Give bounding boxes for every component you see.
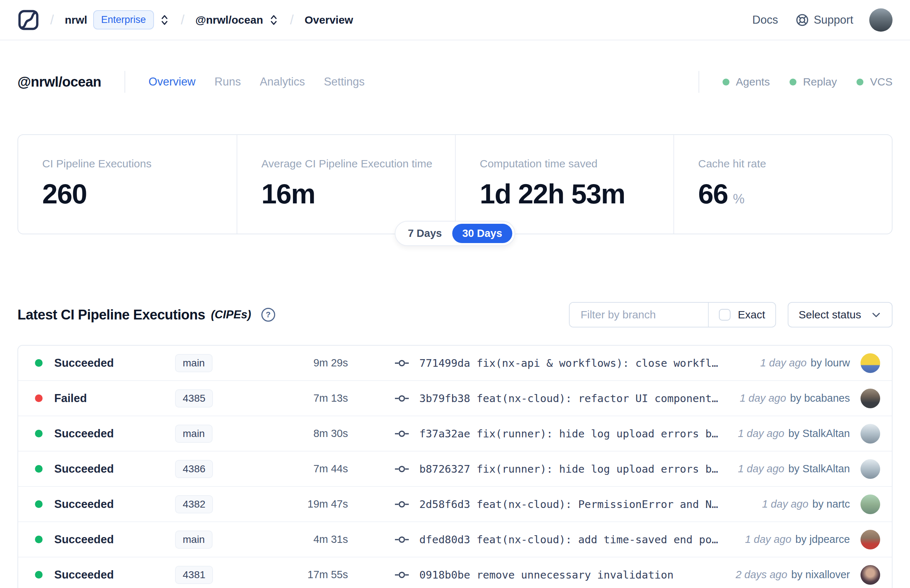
support-link[interactable]: Support: [795, 13, 853, 27]
range-30-days-button[interactable]: 30 Days: [452, 224, 512, 243]
workspace-tabs: Overview Runs Analytics Settings: [149, 75, 365, 89]
commit-message[interactable]: b8726327 fix(runner): hide log upload er…: [419, 463, 718, 475]
stat-card-computation-time-saved: Computation time saved 1d 22h 53m: [455, 135, 673, 234]
table-row[interactable]: Succeeded 4381 17m 55s 0918b0be remove u…: [18, 557, 892, 588]
status-label: Succeeded: [54, 569, 114, 582]
table-row[interactable]: Failed 4385 7m 13s 3b79fb38 feat(nx-clou…: [18, 381, 892, 416]
range-7-days-button[interactable]: 7 Days: [398, 224, 452, 243]
time-ago: 1 day ago: [738, 463, 784, 475]
org-switcher-chevron-icon[interactable]: [159, 14, 170, 26]
duration: 8m 30s: [257, 428, 348, 439]
status-dot-icon: [35, 394, 43, 402]
branch-badge[interactable]: 4386: [175, 460, 213, 478]
stats-section: CI Pipeline Executions 260 Average CI Pi…: [18, 134, 892, 234]
avatar[interactable]: [860, 565, 880, 585]
section-title: Latest CI Pipeline Executions: [18, 307, 205, 323]
breadcrumb-page: Overview: [305, 14, 353, 26]
stat-card-ci-executions: CI Pipeline Executions 260: [18, 135, 237, 234]
git-commit-icon: [394, 394, 409, 403]
table-row[interactable]: Succeeded main 4m 31s dfed80d3 feat(nx-c…: [18, 522, 892, 557]
avatar[interactable]: [860, 494, 880, 514]
indicator-replay[interactable]: Replay: [789, 76, 837, 88]
chevron-down-icon: [871, 309, 882, 320]
status-dot-icon: [35, 465, 43, 473]
status-select-button[interactable]: Select status: [788, 302, 892, 328]
branch-filter-input[interactable]: [570, 303, 708, 327]
commit-message[interactable]: f37a32ae fix(runner): hide log upload er…: [419, 428, 718, 440]
duration: 9m 29s: [257, 357, 348, 369]
branch-badge[interactable]: 4382: [175, 495, 213, 514]
author: by nixallover: [791, 569, 850, 581]
commit-cell: 771499da fix(nx-api & workflows): close …: [394, 357, 746, 369]
workspace-header: @nrwl/ocean Overview Runs Analytics Sett…: [0, 70, 910, 94]
stat-card-avg-execution-time: Average CI Pipeline Execution time 16m: [237, 135, 455, 234]
branch-badge[interactable]: main: [175, 425, 213, 443]
git-commit-icon: [394, 464, 409, 474]
branch-badge[interactable]: main: [175, 530, 213, 549]
table-row[interactable]: Succeeded main 8m 30s f37a32ae fix(runne…: [18, 416, 892, 452]
status-dot-icon: [35, 500, 43, 508]
breadcrumb-org[interactable]: nrwl: [65, 14, 87, 26]
commit-cell: 2d58f6d3 feat(nx-cloud): PermissionError…: [394, 498, 747, 510]
git-commit-icon: [394, 535, 409, 544]
branch-cell: main: [175, 425, 257, 443]
meta-cell: 2 days ago by nixallover: [735, 565, 880, 585]
indicator-agents[interactable]: Agents: [723, 76, 770, 88]
status-cell: Succeeded: [35, 427, 175, 440]
breadcrumb-separator: /: [181, 12, 184, 27]
commit-message[interactable]: 2d58f6d3 feat(nx-cloud): PermissionError…: [419, 498, 718, 510]
avatar[interactable]: [860, 389, 880, 408]
commit-message[interactable]: 0918b0be remove unnecessary invalidation: [419, 569, 673, 581]
green-dot-icon: [789, 79, 797, 86]
table-row[interactable]: Succeeded main 9m 29s 771499da fix(nx-ap…: [18, 346, 892, 381]
stats-cards: CI Pipeline Executions 260 Average CI Pi…: [18, 134, 892, 234]
docs-link[interactable]: Docs: [752, 13, 778, 27]
commit-cell: b8726327 fix(runner): hide log upload er…: [394, 463, 723, 475]
cipe-table: Succeeded main 9m 29s 771499da fix(nx-ap…: [18, 345, 892, 588]
nx-cloud-logo-icon[interactable]: [18, 9, 39, 31]
cipe-section-header: Latest CI Pipeline Executions (CIPEs) ? …: [18, 302, 892, 328]
author: by jdpearce: [795, 533, 850, 546]
indicator-vcs[interactable]: VCS: [857, 76, 892, 88]
time-ago: 1 day ago: [738, 428, 784, 439]
status-cell: Succeeded: [35, 533, 175, 546]
branch-badge[interactable]: 4381: [175, 566, 213, 584]
status-cell: Succeeded: [35, 462, 175, 476]
commit-message[interactable]: 771499da fix(nx-api & workflows): close …: [419, 357, 718, 369]
table-row[interactable]: Succeeded 4382 19m 47s 2d58f6d3 feat(nx-…: [18, 487, 892, 522]
meta-cell: 1 day ago by lourw: [760, 353, 880, 373]
tab-runs[interactable]: Runs: [214, 75, 241, 89]
exact-checkbox[interactable]: [719, 309, 731, 321]
tab-analytics[interactable]: Analytics: [260, 75, 305, 89]
breadcrumb-workspace[interactable]: @nrwl/ocean: [196, 14, 263, 26]
workspace-switcher-chevron-icon[interactable]: [268, 14, 279, 26]
avatar[interactable]: [860, 459, 880, 479]
breadcrumb-separator: /: [290, 12, 294, 27]
status-label: Succeeded: [54, 357, 114, 370]
tab-overview[interactable]: Overview: [149, 75, 196, 89]
workspace-title: @nrwl/ocean: [18, 74, 101, 90]
avatar[interactable]: [860, 530, 880, 549]
git-commit-icon: [394, 429, 409, 438]
commit-message[interactable]: dfed80d3 feat(nx-cloud): add time-saved …: [419, 533, 718, 546]
commit-message[interactable]: 3b79fb38 feat(nx-cloud): refactor UI com…: [419, 392, 718, 405]
topbar: / nrwl Enterprise / @nrwl/ocean / Overvi…: [0, 0, 910, 40]
lifebuoy-icon: [795, 13, 809, 27]
status-cell: Failed: [35, 392, 175, 405]
table-row[interactable]: Succeeded 4386 7m 44s b8726327 fix(runne…: [18, 452, 892, 487]
help-icon[interactable]: ?: [261, 308, 275, 321]
avatar[interactable]: [860, 353, 880, 373]
status-dot-icon: [35, 359, 43, 367]
status-cell: Succeeded: [35, 569, 175, 582]
user-avatar[interactable]: [869, 8, 892, 32]
branch-badge[interactable]: main: [175, 354, 213, 372]
status-cell: Succeeded: [35, 357, 175, 370]
author: by StalkAltan: [789, 428, 850, 439]
time-ago: 1 day ago: [745, 533, 791, 546]
tab-settings[interactable]: Settings: [324, 75, 365, 89]
meta-cell: 1 day ago by bcabanes: [740, 389, 880, 408]
commit-cell: 3b79fb38 feat(nx-cloud): refactor UI com…: [394, 392, 725, 405]
branch-badge[interactable]: 4385: [175, 389, 213, 407]
branch-cell: 4382: [175, 495, 257, 514]
avatar[interactable]: [860, 424, 880, 444]
